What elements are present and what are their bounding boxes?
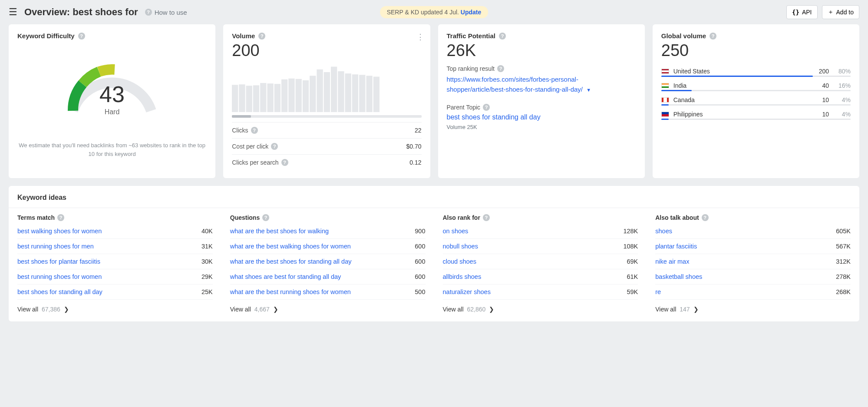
idea-volume: 40K	[201, 228, 213, 235]
global-volume-row[interactable]: United States 200 80%	[661, 64, 851, 76]
idea-volume: 567K	[836, 243, 851, 250]
api-label: API	[802, 9, 812, 16]
idea-keyword[interactable]: what are the best running shoes for wome…	[230, 288, 351, 295]
view-all-link[interactable]: View all 4,667 ❯	[230, 306, 426, 313]
volume-scrollbar[interactable]	[232, 115, 421, 118]
plus-icon: ＋	[828, 8, 834, 16]
help-icon[interactable]: ?	[78, 33, 85, 40]
ideas-col-title: Questions	[230, 214, 260, 221]
idea-keyword[interactable]: shoes	[655, 228, 672, 235]
top-rank-url[interactable]: https://www.forbes.com/sites/forbes-pers…	[447, 76, 583, 93]
more-icon[interactable]: ⋮	[416, 32, 424, 42]
help-icon[interactable]: ?	[57, 214, 64, 221]
menu-icon[interactable]: ☰	[9, 7, 17, 18]
idea-row: basketball shoes 278K	[655, 269, 851, 285]
view-all-count: 4,667	[254, 306, 270, 313]
idea-row: what are the best walking shoes for wome…	[230, 239, 426, 254]
parent-topic-link[interactable]: best shoes for standing all day	[447, 113, 541, 121]
idea-row: best walking shoes for women 40K	[17, 224, 213, 239]
gv-pct: 4%	[833, 111, 851, 118]
idea-keyword[interactable]: basketball shoes	[655, 273, 702, 280]
idea-keyword[interactable]: on shoes	[443, 228, 469, 235]
volume-trend-chart	[232, 64, 380, 112]
add-to-label: Add to	[836, 9, 854, 16]
idea-keyword[interactable]: re	[655, 288, 661, 295]
idea-row: best shoes for standing all day 25K	[17, 285, 213, 300]
help-icon[interactable]: ?	[483, 214, 490, 221]
svg-rect-9	[296, 79, 302, 112]
api-button[interactable]: {} API	[786, 5, 817, 19]
help-icon[interactable]: ?	[251, 127, 258, 134]
chevron-right-icon: ❯	[64, 306, 69, 313]
cpc-label: Cost per click	[232, 143, 268, 150]
idea-row: what are the best shoes for walking 900	[230, 224, 426, 239]
idea-keyword[interactable]: best running shoes for men	[17, 243, 94, 250]
traffic-potential-card: Traffic Potential ? 26K Top ranking resu…	[438, 24, 645, 178]
global-volume-row[interactable]: Philippines 10 4%	[661, 107, 851, 119]
view-all-link[interactable]: View all 67,386 ❯	[17, 306, 213, 313]
view-all-link[interactable]: View all 147 ❯	[655, 306, 851, 313]
help-icon: ?	[145, 9, 152, 16]
idea-keyword[interactable]: what are the best shoes for walking	[230, 228, 329, 235]
how-to-use-link[interactable]: ? How to use	[145, 9, 187, 16]
gv-title: Global volume	[661, 32, 706, 40]
idea-keyword[interactable]: what shoes are best for standing all day	[230, 273, 341, 280]
svg-rect-4	[260, 83, 266, 112]
help-icon[interactable]: ?	[702, 214, 709, 221]
kd-label: Hard	[105, 108, 120, 116]
gv-val: 10	[812, 96, 829, 103]
idea-keyword[interactable]: nobull shoes	[443, 243, 478, 250]
help-icon[interactable]: ?	[271, 143, 278, 150]
idea-keyword[interactable]: what are the best shoes for standing all…	[230, 258, 352, 265]
idea-keyword[interactable]: best walking shoes for women	[17, 228, 102, 235]
idea-keyword[interactable]: plantar fasciitis	[655, 243, 697, 250]
help-icon[interactable]: ?	[710, 33, 716, 40]
help-icon[interactable]: ?	[262, 214, 269, 221]
svg-rect-1	[239, 84, 245, 112]
clicks-value: 22	[415, 127, 422, 134]
help-icon[interactable]: ?	[499, 33, 506, 40]
idea-row: what shoes are best for standing all day…	[230, 269, 426, 285]
idea-row: best running shoes for women 29K	[17, 269, 213, 285]
idea-volume: 108K	[623, 243, 638, 250]
svg-rect-17	[352, 74, 358, 112]
idea-keyword[interactable]: allbirds shoes	[443, 273, 482, 280]
idea-keyword[interactable]: best shoes for plantar fasciitis	[17, 258, 100, 265]
view-all-link[interactable]: View all 62,860 ❯	[443, 306, 638, 313]
idea-keyword[interactable]: best shoes for standing all day	[17, 288, 102, 295]
view-all-count: 67,386	[42, 306, 60, 313]
help-icon[interactable]: ?	[281, 159, 288, 166]
gv-pct: 4%	[833, 96, 851, 103]
idea-volume: 29K	[201, 273, 213, 280]
svg-rect-13	[324, 72, 330, 112]
help-icon[interactable]: ?	[483, 104, 490, 111]
global-volume-row[interactable]: Canada 10 4%	[661, 93, 851, 104]
idea-keyword[interactable]: cloud shoes	[443, 258, 476, 265]
kd-value: 43	[99, 82, 125, 107]
help-icon[interactable]: ?	[258, 33, 265, 40]
ideas-column: Also talk about ? shoes 605K plantar fas…	[647, 208, 859, 313]
kd-title: Keyword Difficulty	[17, 32, 75, 40]
idea-keyword[interactable]: what are the best walking shoes for wome…	[230, 243, 351, 250]
gv-bar	[661, 90, 851, 91]
update-link[interactable]: Update	[461, 9, 481, 16]
flag-icon	[661, 97, 669, 103]
idea-volume: 69K	[627, 258, 638, 265]
idea-keyword[interactable]: nike air max	[655, 258, 689, 265]
add-to-button[interactable]: ＋ Add to	[822, 5, 859, 19]
ideas-col-title: Also talk about	[655, 214, 699, 221]
idea-volume: 25K	[201, 288, 213, 295]
cpc-value: $0.70	[406, 143, 421, 150]
idea-row: best running shoes for men 31K	[17, 239, 213, 254]
global-volume-row[interactable]: India 40 16%	[661, 79, 851, 90]
idea-volume: 31K	[201, 243, 213, 250]
chevron-right-icon: ❯	[273, 306, 278, 313]
gv-value: 250	[661, 41, 851, 60]
volume-title: Volume	[232, 32, 255, 40]
help-icon[interactable]: ?	[497, 65, 504, 72]
idea-volume: 30K	[201, 258, 213, 265]
idea-keyword[interactable]: naturalizer shoes	[443, 288, 491, 295]
idea-keyword[interactable]: best running shoes for women	[17, 273, 102, 280]
gv-val: 200	[812, 68, 829, 75]
caret-down-icon[interactable]: ▼	[586, 87, 591, 93]
